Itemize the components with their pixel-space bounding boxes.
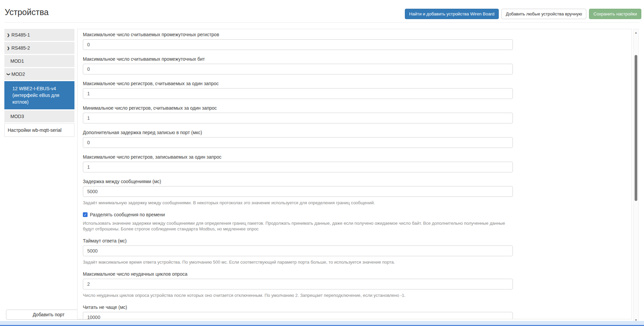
field-label: Максимальное число регистров, считываемы… [83, 81, 632, 86]
field-label: Минимальное число регистров, считываемых… [83, 105, 632, 111]
form-field-split-messages: ✓ Разделять сообщения по времени Использ… [83, 212, 632, 232]
text-input[interactable] [83, 312, 513, 319]
text-input[interactable] [83, 162, 513, 172]
field-label: Максимальное число считываемых промежуто… [83, 56, 632, 62]
sidebar-item-rs485-2[interactable]: ❯ RS485-2 [4, 42, 74, 54]
form-field-max-read-hole-bits: Максимальное число считываемых промежуто… [83, 56, 632, 74]
sidebar-item-label: MOD1 [10, 58, 24, 64]
field-label: Максимальное число неудачных циклов опро… [83, 271, 632, 277]
chevron-down-icon: ❯ [6, 73, 10, 75]
sidebar-item-label: MOD2 [11, 71, 25, 77]
text-input[interactable] [83, 279, 513, 289]
sidebar-item-label: MOD3 [10, 114, 24, 119]
text-input[interactable] [83, 246, 513, 256]
text-input[interactable] [83, 113, 513, 123]
ports-sidebar: ❯ RS485-1 ❯ RS485-2 MOD1 ❯ MOD2 12 WBE2-… [4, 29, 74, 138]
text-input[interactable] [83, 88, 513, 99]
form-field-max-read-hole-registers: Максимальное число считываемых промежуто… [83, 32, 632, 50]
field-label: Дополнительная задержка перед записью в … [83, 130, 632, 135]
sidebar-item-mod1[interactable]: MOD1 [4, 55, 74, 67]
sidebar-item-rs485-1[interactable]: ❯ RS485-1 [4, 29, 74, 41]
form-field-read-rate-limit: Читать не чаще (мс) Этот параметр устаре… [83, 305, 632, 319]
form-field-max-read-registers: Максимальное число регистров, считываемы… [83, 81, 632, 99]
field-label: Таймаут ответа (мс) [83, 238, 632, 243]
chevron-right-icon: ❯ [6, 33, 10, 37]
chevron-right-icon: ❯ [6, 46, 10, 50]
field-label: Максимальное число считываемых промежуто… [83, 32, 632, 37]
field-help-text: Задаёт максимальное время ответа устройс… [83, 259, 513, 265]
header-actions: Найти и добавить устройства Wiren Board … [405, 9, 641, 19]
scroll-up-arrow-icon[interactable]: ▲ [634, 31, 638, 34]
form-field-frame-timeout: Задержка между сообщениями (мс) Задаёт м… [83, 179, 632, 206]
checkbox-label[interactable]: Разделять сообщения по времени [90, 212, 165, 217]
header-divider [4, 22, 640, 22]
devices-page: Устройства Найти и добавить устройства W… [0, 0, 644, 326]
sidebar-item-label: RS485-2 [11, 45, 30, 51]
text-input[interactable] [83, 186, 513, 197]
text-input[interactable] [83, 137, 513, 148]
text-input[interactable] [83, 39, 513, 50]
vertical-scrollbar[interactable]: ▲ ▼ [633, 29, 639, 324]
form-field-response-timeout: Таймаут ответа (мс) Задаёт максимальное … [83, 238, 632, 265]
sidebar-item-mod3[interactable]: MOD3 [4, 110, 74, 122]
form-field-min-read-registers: Минимальное число регистров, считываемых… [83, 105, 632, 123]
add-manual-devices-button[interactable]: Добавить любые устройства вручную [501, 9, 586, 19]
form-field-max-fail-cycles: Максимальное число неудачных циклов опро… [83, 271, 632, 298]
field-label: Задержка между сообщениями (мс) [83, 179, 632, 184]
page-title: Устройства [5, 7, 49, 17]
scrollbar-thumb[interactable] [635, 55, 637, 201]
device-settings-form: Максимальное число считываемых промежуто… [77, 29, 632, 319]
form-field-write-delay: Дополнительная задержка перед записью в … [83, 130, 632, 148]
find-add-devices-button[interactable]: Найти и добавить устройства Wiren Board [405, 9, 499, 19]
text-input[interactable] [83, 64, 513, 74]
field-label: Читать не чаще (мс) [83, 305, 632, 310]
sidebar-item-label: RS485-1 [11, 32, 30, 38]
save-settings-button[interactable]: Сохранить настройки [589, 9, 641, 19]
sidebar-item-wb-mqtt-serial-settings[interactable]: Настройки wb-mqtt-serial [4, 123, 74, 137]
form-field-max-write-registers: Максимальное число регистров, записываем… [83, 154, 632, 172]
sidebar-item-device-wbe2-ebus[interactable]: 12 WBE2-I-EBUS-v4 (интерфейс eBus для ко… [4, 81, 74, 109]
field-help-text: Задаёт минимальную задержку между сообще… [83, 200, 513, 206]
sidebar-item-mod2[interactable]: ❯ MOD2 [4, 68, 74, 80]
checkbox-checked-icon[interactable]: ✓ [83, 212, 88, 217]
field-label: Максимальное число регистров, записываем… [83, 154, 632, 160]
field-help-text: Число неудачных циклов опроса устройства… [83, 292, 513, 298]
field-help-text: Использовать значение задержки между соо… [83, 220, 513, 232]
sidebar-item-label: Настройки wb-mqtt-serial [8, 127, 61, 133]
window-bottom-edge [0, 321, 644, 326]
